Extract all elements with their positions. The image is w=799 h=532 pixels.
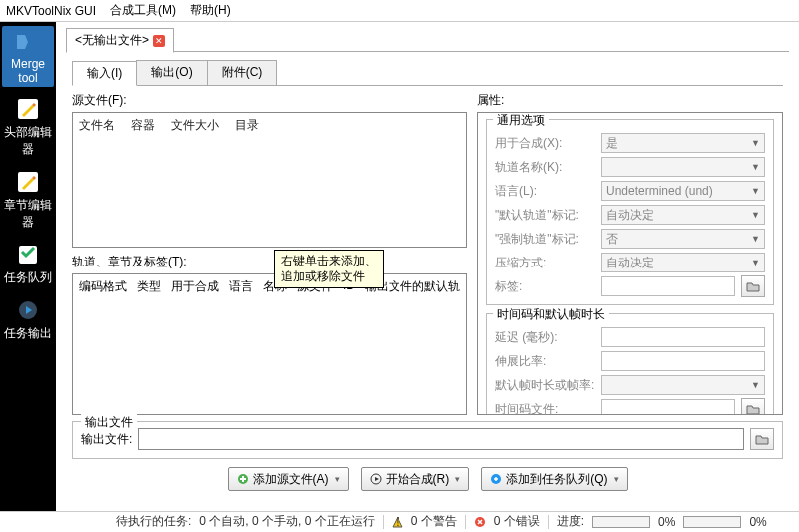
sidebar-item-label: 头部编辑器 bbox=[2, 124, 54, 158]
trackname-label: 轨道名称(K): bbox=[495, 159, 595, 176]
close-icon[interactable]: ✕ bbox=[153, 35, 165, 47]
defaultflag-select[interactable]: 自动决定▼ bbox=[601, 205, 765, 225]
pending-value: 0 个自动, 0 个手动, 0 个正在运行 bbox=[199, 513, 374, 530]
tooltip-line2: 追加或移除文件 bbox=[281, 269, 377, 285]
col-size[interactable]: 文件大小 bbox=[171, 117, 219, 134]
compression-select[interactable]: 自动决定▼ bbox=[601, 253, 765, 272]
section-tabs: 输入(I) 输出(O) 附件(C) bbox=[72, 60, 783, 86]
content: <无输出文件> ✕ 输入(I) 输出(O) 附件(C) 源文件(F): 文件名 … bbox=[56, 22, 799, 511]
context-tooltip: 右键单击来添加、 追加或移除文件 bbox=[274, 250, 384, 288]
progress-pct-current: 0% bbox=[658, 515, 675, 529]
menubar: MKVToolNix GUI 合成工具(M) 帮助(H) bbox=[0, 0, 799, 22]
action-button-bar: 添加源文件(A) ▾ 开始合成(R) ▾ 添加到任务队列(Q) ▾ bbox=[72, 467, 783, 491]
chevron-down-icon: ▾ bbox=[614, 474, 619, 484]
errors-count[interactable]: 0 个错误 bbox=[494, 513, 540, 530]
chevron-down-icon: ▼ bbox=[751, 380, 760, 390]
tags-browse-button[interactable] bbox=[741, 275, 765, 297]
stretch-label: 伸展比率: bbox=[495, 353, 595, 370]
output-browse-button[interactable] bbox=[750, 428, 774, 450]
folder-open-icon bbox=[746, 280, 760, 292]
progress-pct-total: 0% bbox=[749, 515, 766, 529]
tab-input[interactable]: 输入(I) bbox=[72, 61, 137, 86]
play-icon bbox=[370, 473, 382, 485]
add-source-label: 添加源文件(A) bbox=[253, 471, 329, 488]
folder-open-icon bbox=[746, 403, 760, 415]
compression-label: 压缩方式: bbox=[495, 255, 595, 271]
defaultdur-select[interactable]: ▼ bbox=[601, 375, 765, 395]
checklist-icon bbox=[14, 241, 42, 268]
timecode-label: 时间码文件: bbox=[495, 401, 595, 416]
chevron-down-icon: ▼ bbox=[751, 138, 760, 148]
warning-icon: ! bbox=[392, 516, 403, 528]
sidebar-item-header-editor[interactable]: 头部编辑器 bbox=[2, 93, 54, 160]
output-group-title: 输出文件 bbox=[81, 414, 137, 431]
pencil-icon bbox=[14, 168, 42, 196]
add-to-queue-label: 添加到任务队列(Q) bbox=[506, 471, 607, 488]
defaultdur-label: 默认帧时长或帧率: bbox=[495, 377, 595, 394]
col-codec[interactable]: 编码格式 bbox=[79, 278, 127, 295]
sidebar-item-label: 任务输出 bbox=[4, 325, 52, 342]
delay-input[interactable] bbox=[601, 327, 765, 347]
sidebar: Merge tool 头部编辑器 章节编辑器 任务队列 任务输出 bbox=[0, 22, 56, 511]
trackname-select[interactable]: ▼ bbox=[601, 157, 765, 177]
tags-input[interactable] bbox=[601, 276, 735, 296]
col-container[interactable]: 容器 bbox=[131, 117, 155, 134]
tracks-list[interactable]: 编码格式 类型 用于合成 语言 名称 源文件 ID 输出文件的默认轨 bbox=[72, 273, 467, 415]
error-icon bbox=[474, 516, 486, 528]
chevron-down-icon: ▼ bbox=[751, 162, 760, 172]
sidebar-item-chapter-editor[interactable]: 章节编辑器 bbox=[2, 166, 54, 233]
forcedflag-select[interactable]: 否▼ bbox=[601, 229, 765, 249]
defaultflag-label: "默认轨道"标记: bbox=[495, 207, 595, 224]
properties-label: 属性: bbox=[477, 92, 783, 109]
timecode-browse-button[interactable] bbox=[741, 398, 765, 415]
merge-icon bbox=[14, 28, 42, 56]
tracks-header: 编码格式 类型 用于合成 语言 名称 源文件 ID 输出文件的默认轨 bbox=[73, 274, 466, 299]
sidebar-item-job-output[interactable]: 任务输出 bbox=[2, 294, 54, 344]
warnings-count[interactable]: 0 个警告 bbox=[411, 513, 457, 530]
timecode-input[interactable] bbox=[601, 399, 735, 415]
menu-merge[interactable]: 合成工具(M) bbox=[110, 2, 176, 19]
plus-icon bbox=[237, 473, 249, 485]
gear-play-icon bbox=[14, 296, 42, 324]
chevron-down-icon: ▼ bbox=[751, 258, 760, 267]
chevron-down-icon: ▾ bbox=[455, 474, 460, 484]
col-filename[interactable]: 文件名 bbox=[79, 117, 115, 134]
tracks-label: 轨道、章节及标签(T): bbox=[72, 254, 467, 270]
col-directory[interactable]: 目录 bbox=[235, 117, 259, 134]
pencil-icon bbox=[14, 95, 42, 123]
chevron-down-icon: ▼ bbox=[751, 186, 760, 196]
add-source-button[interactable]: 添加源文件(A) ▾ bbox=[228, 467, 349, 491]
tab-attachments[interactable]: 附件(C) bbox=[207, 60, 278, 85]
source-files-label: 源文件(F): bbox=[72, 92, 467, 109]
statusbar: 待执行的任务: 0 个自动, 0 个手动, 0 个正在运行 ! 0 个警告 0 … bbox=[0, 511, 799, 531]
col-mux[interactable]: 用于合成 bbox=[171, 278, 219, 295]
tooltip-line1: 右键单击来添加、 bbox=[281, 254, 377, 269]
source-files-list[interactable]: 文件名 容器 文件大小 目录 bbox=[72, 112, 467, 248]
sidebar-item-label: 任务队列 bbox=[4, 269, 52, 286]
document-tab[interactable]: <无输出文件> ✕ bbox=[66, 28, 174, 53]
mux-select[interactable]: 是▼ bbox=[601, 133, 765, 153]
col-type[interactable]: 类型 bbox=[137, 278, 161, 295]
tab-output[interactable]: 输出(O) bbox=[136, 60, 207, 85]
chevron-down-icon: ▾ bbox=[335, 474, 340, 484]
queue-icon bbox=[490, 473, 502, 485]
start-mux-button[interactable]: 开始合成(R) ▾ bbox=[361, 467, 470, 491]
menu-help[interactable]: 帮助(H) bbox=[190, 2, 231, 19]
sidebar-item-label: 章节编辑器 bbox=[2, 197, 54, 231]
svg-marker-7 bbox=[375, 477, 379, 481]
progress-bar-total bbox=[683, 516, 741, 528]
tags-label: 标签: bbox=[495, 278, 595, 295]
chevron-down-icon: ▼ bbox=[751, 210, 760, 220]
sidebar-item-job-queue[interactable]: 任务队列 bbox=[2, 239, 54, 288]
forcedflag-label: "强制轨道"标记: bbox=[495, 231, 595, 248]
output-file-input[interactable] bbox=[138, 428, 744, 450]
pending-label: 待执行的任务: bbox=[116, 513, 191, 530]
sidebar-item-merge[interactable]: Merge tool bbox=[2, 26, 54, 87]
app-title: MKVToolNix GUI bbox=[6, 4, 96, 18]
col-lang[interactable]: 语言 bbox=[229, 278, 253, 295]
add-to-queue-button[interactable]: 添加到任务队列(Q) ▾ bbox=[481, 467, 627, 491]
language-select[interactable]: Undetermined (und)▼ bbox=[601, 181, 765, 201]
sidebar-item-label: Merge tool bbox=[2, 57, 54, 85]
stretch-input[interactable] bbox=[601, 351, 765, 371]
properties-panel: 通用选项 用于合成(X): 是▼ 轨道名称(K): ▼ bbox=[477, 112, 783, 415]
